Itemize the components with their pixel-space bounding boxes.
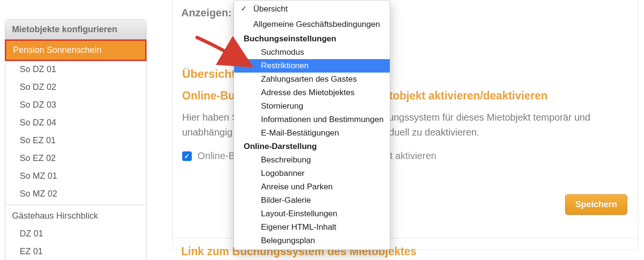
dropdown-item-belegung[interactable]: Belegungsplan [234, 234, 390, 248]
sidebar-item-so-dz-01[interactable]: So DZ 01 [5, 61, 146, 78]
dropdown-item-uebersicht[interactable]: Übersicht [234, 1, 390, 17]
sidebar-divider [5, 205, 146, 205]
anzeigen-dropdown[interactable]: Übersicht Allgemeine Geschäftsbedingunge… [234, 0, 390, 250]
dropdown-item-ics[interactable]: ics-Feed [234, 248, 390, 250]
dropdown-item-beschreibung[interactable]: Beschreibung [234, 153, 390, 167]
sidebar-header: Mietobjekte konfigurieren [5, 20, 146, 40]
sidebar-item-so-dz-02[interactable]: So DZ 02 [5, 78, 146, 96]
anzeigen-label: Anzeigen: [181, 7, 232, 19]
sidebar-item-so-ez-01[interactable]: So EZ 01 [5, 132, 146, 149]
save-button[interactable]: Speichern [565, 194, 627, 215]
dropdown-item-restriktionen[interactable]: Restriktionen [234, 59, 390, 73]
sidebar-item-so-ez-02[interactable]: So EZ 02 [5, 149, 146, 167]
sidebar-item-so-mz-02[interactable]: So MZ 02 [5, 185, 146, 203]
dropdown-item-info[interactable]: Informationen und Bestimmungen [234, 113, 390, 126]
dropdown-item-email[interactable]: E-Mail-Bestätigungen [234, 126, 390, 140]
dropdown-item-stornierung[interactable]: Stornierung [234, 99, 390, 113]
sidebar-item-so-mz-01[interactable]: So MZ 01 [5, 167, 146, 185]
sidebar-item-so-dz-03[interactable]: So DZ 03 [5, 96, 146, 114]
dropdown-item-agb[interactable]: Allgemeine Geschäftsbedingungen [234, 17, 390, 32]
dropdown-item-layout[interactable]: Layout-Einstellungen [234, 207, 390, 221]
dropdown-group-buchung: Buchungseinstellungen [234, 32, 390, 46]
sidebar-item-pension-sonnenschein[interactable]: Pension Sonnenschein [5, 39, 147, 61]
sidebar-item-ez-01[interactable]: EZ 01 [5, 243, 146, 260]
dropdown-item-bilder[interactable]: Bilder-Galerie [234, 194, 390, 207]
dropdown-group-online: Online-Darstellung [234, 140, 390, 153]
dropdown-item-logobanner[interactable]: Logobanner [234, 167, 390, 180]
sidebar: Mietobjekte konfigurieren Pension Sonnen… [5, 19, 147, 260]
activate-checkbox[interactable]: ✓ [182, 151, 192, 161]
sidebar-item-dz-01[interactable]: DZ 01 [5, 225, 146, 243]
dropdown-item-adresse[interactable]: Adresse des Mietobjektes [234, 86, 390, 99]
dropdown-item-suchmodus[interactable]: Suchmodus [234, 46, 390, 59]
dropdown-item-html[interactable]: Eigener HTML-Inhalt [234, 221, 390, 234]
dropdown-item-zahlungsarten[interactable]: Zahlungsarten des Gastes [234, 73, 390, 86]
dropdown-item-anreise[interactable]: Anreise und Parken [234, 180, 390, 194]
sidebar-item-so-dz-04[interactable]: So DZ 04 [5, 114, 146, 132]
sidebar-item-gaestehaus[interactable]: Gästehaus Hirschblick [5, 207, 146, 225]
